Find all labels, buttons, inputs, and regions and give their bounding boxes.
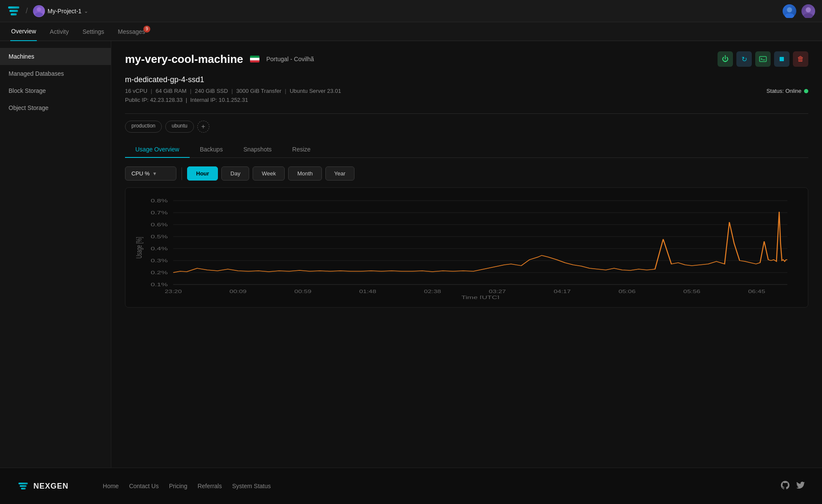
top-navbar: / My-Project-1 ⌄ [0, 0, 822, 22]
tag-ubuntu[interactable]: ubuntu [165, 121, 194, 133]
svg-text:0.3%: 0.3% [151, 258, 168, 263]
sidebar-item-managed-databases[interactable]: Managed Databases [0, 65, 111, 82]
power-button[interactable]: ⏻ [718, 51, 733, 67]
footer-links: Home Contact Us Pricing Referrals System… [103, 483, 271, 489]
svg-text:0.5%: 0.5% [151, 234, 168, 239]
divider [125, 113, 808, 114]
svg-rect-8 [780, 57, 784, 61]
public-ip: 42.23.128.33 [150, 97, 183, 103]
user-avatar-1[interactable] [783, 4, 796, 18]
svg-text:02:38: 02:38 [424, 289, 441, 294]
svg-text:23:20: 23:20 [165, 289, 182, 294]
footer: NEXGEN Home Contact Us Pricing Referrals… [0, 468, 822, 504]
machine-model: m-dedicated-gp-4-ssd1 [125, 75, 341, 84]
svg-text:01:48: 01:48 [359, 289, 376, 294]
restart-button[interactable]: ↻ [736, 51, 752, 67]
footer-link-contact[interactable]: Contact Us [129, 483, 158, 489]
stop-button[interactable] [774, 51, 789, 67]
svg-text:Time [UTC]: Time [UTC] [461, 295, 499, 299]
machine-info: m-dedicated-gp-4-ssd1 16 vCPU | 64 GiB R… [125, 75, 341, 103]
sidebar-item-block-storage[interactable]: Block Storage [0, 82, 111, 99]
svg-text:0.8%: 0.8% [151, 198, 168, 203]
machine-specs: 16 vCPU | 64 GiB RAM | 240 GiB SSD | 300… [125, 88, 341, 94]
twitter-icon[interactable] [796, 481, 805, 492]
footer-logo: NEXGEN [17, 480, 68, 492]
svg-text:06:45: 06:45 [748, 289, 765, 294]
footer-socials [781, 481, 805, 492]
messages-badge: 9 [143, 26, 150, 33]
svg-text:Usage [%]: Usage [%] [135, 237, 143, 259]
cpu-chart-line [173, 212, 787, 273]
status-dot [804, 89, 808, 93]
svg-text:0.4%: 0.4% [151, 246, 168, 251]
time-btn-month[interactable]: Month [288, 166, 322, 181]
footer-link-system-status[interactable]: System Status [232, 483, 271, 489]
machine-details-row: m-dedicated-gp-4-ssd1 16 vCPU | 64 GiB R… [125, 75, 808, 107]
console-button[interactable] [755, 51, 771, 67]
svg-point-2 [787, 7, 792, 12]
time-btn-year[interactable]: Year [325, 166, 354, 181]
chevron-down-icon: ⌄ [84, 8, 88, 14]
time-btn-hour[interactable]: Hour [187, 166, 218, 181]
github-icon[interactable] [781, 481, 789, 492]
subnav-overview[interactable]: Overview [10, 22, 37, 41]
svg-text:05:56: 05:56 [683, 289, 700, 294]
delete-button[interactable]: 🗑 [793, 51, 808, 67]
svg-text:03:27: 03:27 [489, 289, 506, 294]
tab-usage-overview[interactable]: Usage Overview [125, 142, 190, 158]
tag-production[interactable]: production [125, 121, 162, 133]
svg-point-0 [37, 7, 41, 12]
machine-ips: Public IP: 42.23.128.33 | Internal IP: 1… [125, 97, 341, 103]
svg-text:0.1%: 0.1% [151, 282, 168, 287]
footer-link-home[interactable]: Home [103, 483, 119, 489]
spec-ram: 64 GiB RAM [155, 88, 186, 94]
flag-icon [250, 56, 259, 62]
status-badge: Status: Online [766, 88, 808, 94]
svg-point-5 [804, 13, 813, 18]
tab-resize[interactable]: Resize [282, 142, 321, 158]
nav-separator: / [26, 6, 28, 15]
time-controls: CPU % ▾ Hour Day Week Month Year [125, 166, 808, 181]
svg-text:05:06: 05:06 [619, 289, 636, 294]
subnav-messages[interactable]: Messages 9 [117, 22, 146, 41]
tab-backups[interactable]: Backups [190, 142, 233, 158]
svg-point-3 [785, 13, 794, 18]
metric-dropdown[interactable]: CPU % ▾ [125, 166, 176, 181]
app-logo[interactable] [7, 4, 21, 18]
footer-link-pricing[interactable]: Pricing [169, 483, 188, 489]
sidebar-item-object-storage[interactable]: Object Storage [0, 99, 111, 116]
main-content: my-very-cool-machine Portugal - Covilhã … [111, 41, 822, 468]
svg-text:0.2%: 0.2% [151, 270, 168, 275]
main-layout: Machines Managed Databases Block Storage… [0, 41, 822, 468]
metric-label: CPU % [131, 170, 150, 177]
spec-transfer: 3000 GiB Transfer [236, 88, 282, 94]
time-btn-week[interactable]: Week [253, 166, 285, 181]
svg-text:04:17: 04:17 [554, 289, 571, 294]
status-label: Status: Online [766, 88, 801, 94]
footer-link-referrals[interactable]: Referrals [197, 483, 222, 489]
user-avatar-2[interactable] [801, 4, 815, 18]
tab-snapshots[interactable]: Snapshots [233, 142, 282, 158]
machine-location: Portugal - Covilhã [266, 56, 314, 62]
sub-navbar: Overview Activity Settings Messages 9 [0, 22, 822, 41]
time-separator [182, 167, 182, 180]
project-avatar [33, 5, 45, 17]
chevron-down-icon: ▾ [153, 170, 156, 177]
spec-vcpu: 16 vCPU [125, 88, 147, 94]
tabs: Usage Overview Backups Snapshots Resize [125, 141, 808, 158]
subnav-activity[interactable]: Activity [49, 22, 69, 41]
spec-os: Ubuntu Server 23.01 [290, 88, 341, 94]
svg-point-4 [806, 7, 811, 12]
usage-chart: 0.8% 0.7% 0.6% 0.5% 0.4% 0.3% 0.2% 0.1% … [132, 196, 801, 299]
machine-header: my-very-cool-machine Portugal - Covilhã … [125, 51, 808, 67]
tags-container: production ubuntu + [125, 121, 808, 133]
svg-rect-6 [759, 56, 766, 62]
add-tag-button[interactable]: + [197, 121, 209, 133]
footer-logo-icon [17, 480, 29, 492]
time-btn-day[interactable]: Day [221, 166, 249, 181]
sidebar-item-machines[interactable]: Machines [0, 48, 111, 65]
project-selector[interactable]: My-Project-1 ⌄ [33, 5, 88, 17]
project-name: My-Project-1 [48, 8, 81, 15]
subnav-settings[interactable]: Settings [82, 22, 105, 41]
footer-brand: NEXGEN [33, 482, 68, 491]
